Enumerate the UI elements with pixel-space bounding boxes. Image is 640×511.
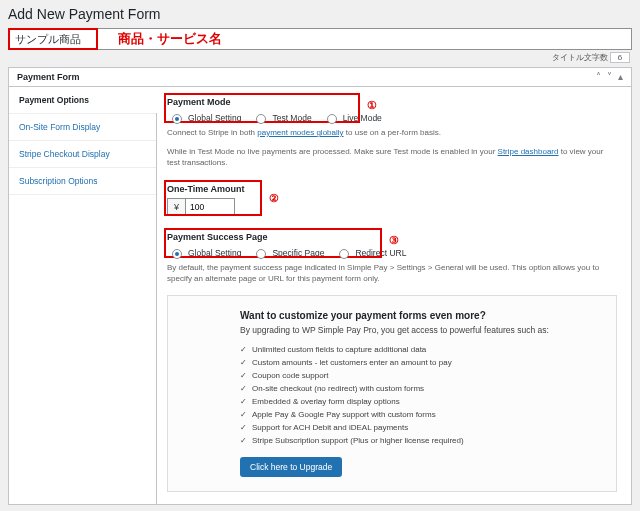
radio-success-specific[interactable] xyxy=(256,249,266,259)
title-counter-value: 6 xyxy=(610,52,630,63)
payment-mode-option-live[interactable]: Live Mode xyxy=(322,111,382,124)
radio-success-global[interactable] xyxy=(172,249,182,259)
success-page-option-specific[interactable]: Specific Page xyxy=(251,246,324,259)
radio-live-mode[interactable] xyxy=(327,114,337,124)
payment-success-page-group: ③ Payment Success Page Global Setting Sp… xyxy=(167,232,617,285)
success-page-option-global[interactable]: Global Setting xyxy=(167,246,241,259)
payment-mode-group: ① Payment Mode Global Setting Test Mode xyxy=(167,97,617,168)
tab-payment-options[interactable]: Payment Options xyxy=(9,87,156,114)
postbox-header: Payment Form ˄ ˅ ▴ xyxy=(9,68,631,87)
tab-subscription-options[interactable]: Subscription Options xyxy=(9,168,156,195)
title-counter-label: タイトル文字数 xyxy=(552,53,608,62)
radio-test-mode[interactable] xyxy=(256,114,266,124)
radio-label: Specific Page xyxy=(272,248,324,258)
radio-success-redirect[interactable] xyxy=(339,249,349,259)
radio-label: Global Setting xyxy=(188,248,241,258)
tab-stripe-checkout-display[interactable]: Stripe Checkout Display xyxy=(9,141,156,168)
payment-mode-helper-1: Connect to Stripe in both payment modes … xyxy=(167,128,617,139)
upsell-feature: On-site checkout (no redirect) with cust… xyxy=(240,382,600,395)
upsell-feature: Custom amounts - let customers enter an … xyxy=(240,356,600,369)
radio-global-setting[interactable] xyxy=(172,114,182,124)
upsell-feature: Support for ACH Debit and iDEAL payments xyxy=(240,421,600,434)
settings-content: ① Payment Mode Global Setting Test Mode xyxy=(157,87,631,504)
title-counter-row: タイトル文字数 6 xyxy=(8,52,630,63)
upgrade-button[interactable]: Click here to Upgrade xyxy=(240,457,342,477)
upsell-feature: Embedded & overlay form display options xyxy=(240,395,600,408)
upsell-subtitle: By upgrading to WP Simple Pay Pro, you g… xyxy=(240,325,600,335)
postbox-body: Payment Options On-Site Form Display Str… xyxy=(9,87,631,504)
radio-label: Global Setting xyxy=(188,113,241,123)
title-row: 商品・サービス名 xyxy=(8,28,632,50)
one-time-amount-group: ② One-Time Amount ¥ xyxy=(167,184,617,216)
currency-prefix: ¥ xyxy=(167,198,185,216)
radio-label: Test Mode xyxy=(272,113,311,123)
payment-form-postbox: Payment Form ˄ ˅ ▴ Payment Options On-Si… xyxy=(8,67,632,505)
upsell-feature: Unlimited custom fields to capture addit… xyxy=(240,343,600,356)
link-stripe-dashboard[interactable]: Stripe dashboard xyxy=(498,147,559,156)
one-time-amount-input[interactable] xyxy=(185,198,235,216)
upsell-panel: Want to customize your payment forms eve… xyxy=(167,295,617,492)
chevron-up-icon[interactable]: ˄ xyxy=(596,72,601,82)
page-heading: Add New Payment Form xyxy=(8,6,632,22)
link-payment-modes-globally[interactable]: payment modes globally xyxy=(257,128,343,137)
payment-mode-option-test[interactable]: Test Mode xyxy=(251,111,311,124)
upsell-title: Want to customize your payment forms eve… xyxy=(240,310,600,321)
collapse-toggle-icon[interactable]: ▴ xyxy=(618,72,623,82)
one-time-amount-label: One-Time Amount xyxy=(167,184,617,194)
chevron-down-icon[interactable]: ˅ xyxy=(607,72,612,82)
payment-success-page-label: Payment Success Page xyxy=(167,232,617,242)
payment-mode-label: Payment Mode xyxy=(167,97,617,107)
upsell-feature-list: Unlimited custom fields to capture addit… xyxy=(240,343,600,447)
payment-mode-helper-2: While in Test Mode no live payments are … xyxy=(167,147,617,169)
form-title-input[interactable] xyxy=(8,28,632,50)
payment-mode-option-global[interactable]: Global Setting xyxy=(167,111,241,124)
payment-success-page-helper: By default, the payment success page ind… xyxy=(167,263,617,285)
upsell-feature: Apple Pay & Google Pay support with cust… xyxy=(240,408,600,421)
postbox-title: Payment Form xyxy=(17,72,80,82)
success-page-option-redirect[interactable]: Redirect URL xyxy=(334,246,406,259)
radio-label: Redirect URL xyxy=(355,248,406,258)
settings-tab-nav: Payment Options On-Site Form Display Str… xyxy=(9,87,157,504)
upsell-feature: Coupon code support xyxy=(240,369,600,382)
radio-label: Live Mode xyxy=(343,113,382,123)
tab-onsite-form-display[interactable]: On-Site Form Display xyxy=(9,114,156,141)
upsell-feature: Stripe Subscription support (Plus or hig… xyxy=(240,434,600,447)
